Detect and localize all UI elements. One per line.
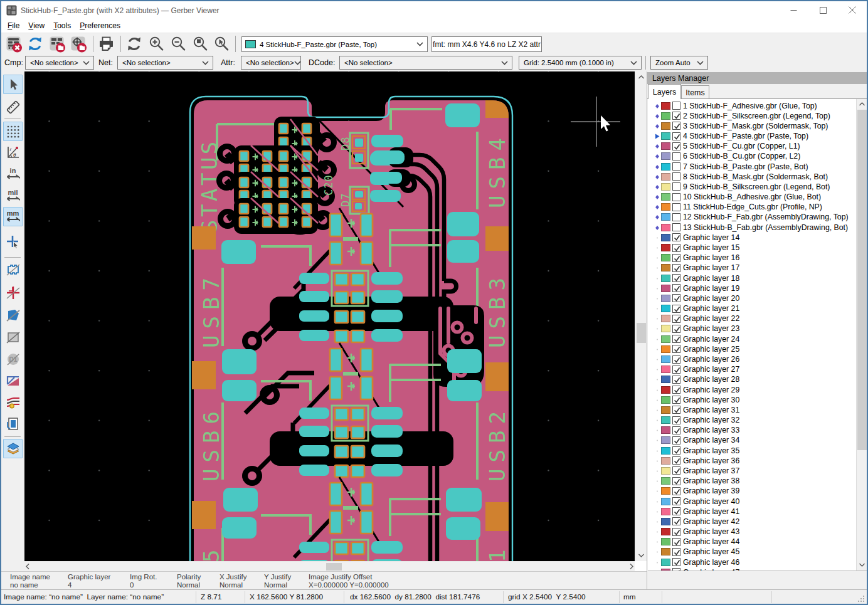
layer-visibility-checkbox[interactable] xyxy=(672,517,680,525)
layer-color-swatch[interactable] xyxy=(661,335,670,343)
cmp-filter-select[interactable]: <No selection> xyxy=(25,56,94,70)
layer-visibility-checkbox[interactable] xyxy=(672,142,680,150)
lines-sketch-toggle[interactable] xyxy=(3,283,23,302)
layer-visibility-checkbox[interactable] xyxy=(672,294,680,302)
layer-visibility-checkbox[interactable] xyxy=(672,203,680,211)
scrollbar-thumb[interactable] xyxy=(637,323,646,343)
spots-sketch-toggle[interactable] xyxy=(3,327,23,347)
menu-preferences[interactable]: Preferences xyxy=(75,19,125,32)
window-maximize-button[interactable] xyxy=(808,1,837,19)
layer-color-swatch[interactable] xyxy=(661,102,670,110)
zoom-select[interactable]: Zoom Auto xyxy=(650,56,708,70)
active-layer-select[interactable]: 4 StickHub-F_Paste.gbr (Paste, Top) xyxy=(241,36,428,52)
layer-color-swatch[interactable] xyxy=(661,436,670,444)
dcode-filter-select[interactable]: <No selection> xyxy=(339,56,512,70)
layer-visibility-checkbox[interactable] xyxy=(672,274,680,282)
layer-row[interactable]: Graphic layer 32 xyxy=(648,415,855,426)
layer-visibility-checkbox[interactable] xyxy=(672,446,680,455)
layer-color-swatch[interactable] xyxy=(661,355,670,363)
open-gerber-file-button[interactable] xyxy=(48,35,66,53)
layer-row[interactable]: Graphic layer 37 xyxy=(648,465,855,476)
layer-visibility-checkbox[interactable] xyxy=(672,456,680,465)
layer-visibility-checkbox[interactable] xyxy=(672,497,680,505)
layer-color-swatch[interactable] xyxy=(661,173,670,181)
negative-objects-toggle[interactable]: D1 xyxy=(3,349,23,369)
layer-row[interactable]: 3 StickHub-F_Mask.gbr (Soldermask, Top) xyxy=(648,120,855,131)
layer-row[interactable]: Graphic layer 26 xyxy=(648,354,855,365)
layer-color-swatch[interactable] xyxy=(661,569,670,571)
layer-visibility-checkbox[interactable] xyxy=(672,466,680,475)
layer-row[interactable]: Graphic layer 15 xyxy=(648,243,855,253)
layer-row[interactable]: Graphic layer 38 xyxy=(648,476,855,487)
layer-color-swatch[interactable] xyxy=(661,183,670,191)
layer-row[interactable]: Graphic layer 22 xyxy=(648,313,855,324)
layer-visibility-checkbox[interactable] xyxy=(672,305,680,313)
layer-visibility-checkbox[interactable] xyxy=(672,426,680,434)
menu-tools[interactable]: Tools xyxy=(49,19,75,32)
layer-visibility-checkbox[interactable] xyxy=(672,386,680,394)
polar-coords-toggle[interactable]: r θ xyxy=(3,142,23,162)
layer-visibility-checkbox[interactable] xyxy=(672,122,680,130)
layer-visibility-checkbox[interactable] xyxy=(672,213,680,221)
layer-visibility-checkbox[interactable] xyxy=(672,254,680,262)
layer-row[interactable]: Graphic layer 44 xyxy=(648,537,855,547)
layer-color-swatch[interactable] xyxy=(661,396,670,404)
layer-row[interactable]: Graphic layer 16 xyxy=(648,253,855,263)
layer-color-swatch[interactable] xyxy=(661,193,670,201)
layer-visibility-checkbox[interactable] xyxy=(672,325,680,333)
canvas-vertical-scrollbar[interactable] xyxy=(635,71,647,561)
layer-color-swatch[interactable] xyxy=(661,224,670,231)
layer-visibility-checkbox[interactable] xyxy=(672,406,680,414)
pcb-canvas[interactable]: STATUSUSB4USB7USB3USB6USB251D8C20D7 xyxy=(24,71,635,561)
measure-toggle[interactable] xyxy=(3,97,23,117)
layer-row[interactable]: 1 StickHub-F_Adhesive.gbr (Glue, Top) xyxy=(648,100,855,111)
layer-visibility-checkbox[interactable] xyxy=(672,366,680,374)
high-contrast-toggle[interactable] xyxy=(3,392,23,412)
layer-visibility-checkbox[interactable] xyxy=(672,538,680,546)
layer-color-swatch[interactable] xyxy=(661,498,670,505)
scroll-left-arrow[interactable] xyxy=(26,562,29,572)
layer-row[interactable]: 6 StickHub-B_Cu.gbr (Copper, L2) xyxy=(648,151,855,162)
layer-row[interactable]: Graphic layer 42 xyxy=(648,516,855,527)
layer-row[interactable]: Graphic layer 25 xyxy=(648,344,855,354)
select-toggle[interactable] xyxy=(3,75,23,94)
layer-row[interactable]: 2 StickHub-F_Silkscreen.gbr (Legend, Top… xyxy=(648,110,855,121)
layer-row[interactable]: 4 StickHub-F_Paste.gbr (Paste, Top) xyxy=(648,131,855,142)
layer-row[interactable]: Graphic layer 46 xyxy=(648,557,855,567)
layer-row[interactable]: Graphic layer 29 xyxy=(648,384,855,395)
layer-row[interactable]: Graphic layer 36 xyxy=(648,455,855,466)
layer-color-swatch[interactable] xyxy=(661,264,670,271)
layer-visibility-checkbox[interactable] xyxy=(672,162,680,171)
layer-visibility-checkbox[interactable] xyxy=(672,376,680,384)
layer-visibility-checkbox[interactable] xyxy=(672,102,680,110)
layer-visibility-checkbox[interactable] xyxy=(672,112,680,120)
layer-row[interactable]: Graphic layer 45 xyxy=(648,547,855,557)
layer-row[interactable]: Graphic layer 24 xyxy=(648,334,855,344)
layer-row[interactable]: Graphic layer 30 xyxy=(648,394,855,405)
zoom-to-selection-button[interactable] xyxy=(212,35,231,53)
window-close-button[interactable] xyxy=(838,1,867,19)
layer-visibility-checkbox[interactable] xyxy=(672,223,680,231)
units-mm-toggle[interactable]: mm xyxy=(3,207,23,226)
layer-color-swatch[interactable] xyxy=(661,152,670,160)
units-inches-toggle[interactable]: in xyxy=(3,164,23,184)
layer-color-swatch[interactable] xyxy=(661,487,670,495)
layer-row[interactable]: Graphic layer 27 xyxy=(648,364,855,375)
layer-visibility-checkbox[interactable] xyxy=(672,416,680,424)
print-button[interactable] xyxy=(97,35,115,53)
scroll-up-arrow[interactable] xyxy=(635,72,647,82)
layer-row[interactable]: Graphic layer 18 xyxy=(648,273,855,283)
layer-visibility-checkbox[interactable] xyxy=(672,345,680,353)
zoom-in-button[interactable] xyxy=(147,35,166,53)
page-limits-toggle[interactable] xyxy=(3,414,23,433)
layer-row[interactable]: 8 StickHub-B_Mask.gbr (Soldermask, Bot) xyxy=(648,171,855,182)
layer-visibility-checkbox[interactable] xyxy=(672,548,680,556)
layer-row[interactable]: Graphic layer 43 xyxy=(648,527,855,537)
layer-color-swatch[interactable] xyxy=(661,275,670,282)
scroll-down-arrow[interactable] xyxy=(635,550,647,560)
layer-color-swatch[interactable] xyxy=(661,406,670,414)
grid-toggle[interactable] xyxy=(3,122,23,141)
layer-color-swatch[interactable] xyxy=(661,325,670,332)
canvas-horizontal-scrollbar[interactable] xyxy=(24,561,635,571)
clear-all-layers-button[interactable] xyxy=(4,35,23,53)
